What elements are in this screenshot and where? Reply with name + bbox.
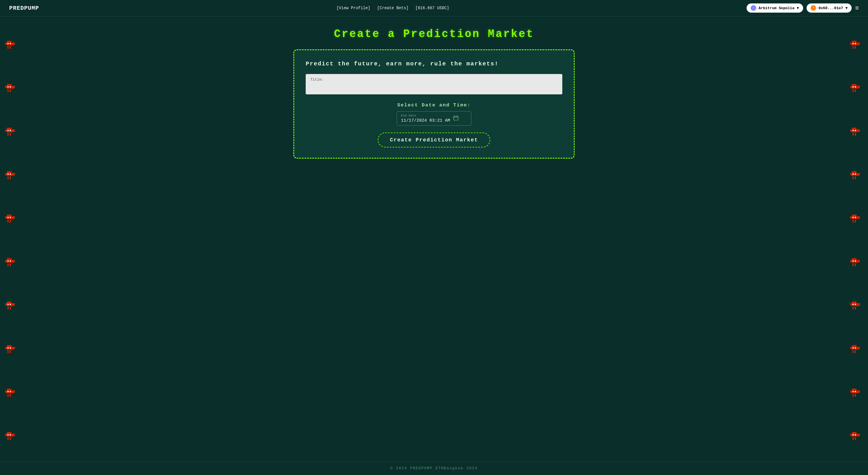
create-bets-link[interactable]: [Create Bets] — [377, 6, 408, 10]
datetime-value-group: End Date 11/17/2024 03:21 AM — [401, 114, 450, 123]
calendar-icon[interactable] — [453, 115, 459, 122]
nav-links: [View Profile] [Create Bets] [616.667 US… — [336, 6, 449, 10]
svg-point-1 — [753, 7, 754, 9]
create-prediction-market-button[interactable]: Create Prediction Market — [378, 133, 490, 147]
datetime-input-wrapper[interactable]: End Date 11/17/2024 03:21 AM — [397, 111, 471, 126]
app-logo: PREDPUMP — [9, 5, 39, 11]
network-chevron: ▼ — [797, 6, 799, 10]
svg-point-3 — [813, 7, 814, 8]
datetime-heading: Select Date and Time: — [397, 102, 471, 108]
wallet-chevron: ▼ — [845, 6, 848, 10]
network-label: Arbitrum Sepolia — [758, 6, 795, 10]
navbar: PREDPUMP [View Profile] [Create Bets] [6… — [0, 0, 868, 16]
end-date-value: 11/17/2024 03:21 AM — [401, 118, 450, 123]
svg-rect-204 — [454, 116, 458, 120]
main-content: Create a Prediction Market Predict the f… — [0, 16, 868, 461]
form-subtitle: Predict the future, earn more, rule the … — [306, 61, 562, 67]
form-card: Predict the future, earn more, rule the … — [293, 49, 575, 159]
wallet-label: 0x60...01e7 — [818, 6, 843, 10]
balance-display: [616.667 USDC] — [415, 6, 449, 10]
navbar-right: Arbitrum Sepolia ▼ 0x60...01e7 ▼ ≡ — [747, 3, 859, 12]
end-date-label: End Date — [401, 114, 450, 117]
title-input[interactable] — [310, 83, 558, 91]
wallet-button[interactable]: 0x60...01e7 ▼ — [807, 3, 852, 12]
datetime-section: Select Date and Time: End Date 11/17/202… — [306, 102, 562, 126]
hamburger-button[interactable]: ≡ — [855, 4, 859, 12]
network-button[interactable]: Arbitrum Sepolia ▼ — [747, 3, 803, 12]
network-icon — [751, 5, 756, 11]
footer-text: © 2024 PREDPUMP ETHBangkok 2024 — [391, 466, 477, 470]
page-title: Create a Prediction Market — [334, 28, 534, 40]
create-btn-wrapper: Create Prediction Market — [306, 133, 562, 147]
title-label: Title: — [310, 77, 558, 82]
footer: © 2024 PREDPUMP ETHBangkok 2024 — [0, 461, 868, 475]
title-input-wrapper: Title: — [306, 74, 562, 94]
view-profile-link[interactable]: [View Profile] — [336, 6, 370, 10]
wallet-icon — [811, 5, 816, 11]
